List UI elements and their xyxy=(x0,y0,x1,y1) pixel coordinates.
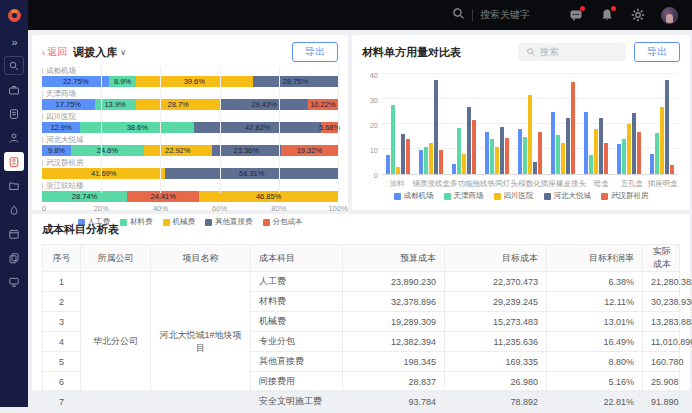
bar xyxy=(670,165,674,174)
bar xyxy=(556,135,560,174)
bar xyxy=(472,120,476,174)
bar xyxy=(589,155,593,174)
export-button-right[interactable]: 导出 xyxy=(634,42,680,62)
sidebar-item-briefcase[interactable] xyxy=(4,80,24,99)
global-search-placeholder: 搜索关键字 xyxy=(480,8,530,22)
bar xyxy=(627,124,631,174)
bar-segment: 23.36% xyxy=(212,145,281,156)
bar-segment: 22.75% xyxy=(42,76,109,87)
bar xyxy=(490,139,494,174)
allocation-chart: 成都机场22.75%8.9%39.6%28.75%天津商场17.75%13.9%… xyxy=(42,66,338,215)
bar xyxy=(386,155,390,174)
bar xyxy=(622,139,626,174)
stacked-bar: 28.74%24.41%46.85% xyxy=(42,191,338,202)
topbar: 搜索关键字 xyxy=(0,0,692,30)
table-cell: 169.335 xyxy=(445,352,547,372)
sidebar-item-user[interactable] xyxy=(4,128,24,147)
bar-segment: 58.31% xyxy=(165,168,338,179)
column-header: 实际成本 xyxy=(643,245,680,272)
legend-item[interactable]: 武汉群租房 xyxy=(601,191,649,201)
bar xyxy=(665,80,669,174)
table-cell: 5 xyxy=(43,352,81,372)
bar-category-label: 四川医院 xyxy=(42,112,338,122)
bar-segment: 24.41% xyxy=(127,191,199,202)
sidebar-item-search[interactable] xyxy=(4,56,24,75)
bar-group xyxy=(514,75,547,174)
sidebar-item-folder[interactable] xyxy=(4,176,24,195)
legend-item[interactable]: 材料费 xyxy=(120,217,153,227)
avatar[interactable] xyxy=(661,7,678,24)
search-icon xyxy=(452,6,465,24)
gridline xyxy=(160,66,161,193)
y-axis-tick: 20 xyxy=(362,121,378,130)
y-axis-tick: 30 xyxy=(362,96,378,105)
bar xyxy=(632,113,636,174)
bar-segment: 10.22% xyxy=(308,99,338,110)
material-search-input[interactable]: 搜索 xyxy=(518,43,626,61)
table-cell: 11,010.890 xyxy=(643,332,680,352)
bar xyxy=(604,143,608,174)
bar xyxy=(533,162,537,175)
cost-table-body: 1华北分公司河北大悦城1#地块项目人工费23,890.23022,370.473… xyxy=(43,272,680,408)
bar xyxy=(500,127,504,175)
table-cell: 93.784 xyxy=(343,392,445,408)
bar xyxy=(584,112,588,175)
sidebar-item-cost-active[interactable] xyxy=(4,152,24,171)
table-cell: 30,238.930 xyxy=(643,292,680,312)
sidebar-item-water-drop[interactable] xyxy=(4,200,24,219)
sidebar-expand-icon[interactable]: » xyxy=(11,36,16,48)
bar-group xyxy=(382,75,415,174)
legend-item[interactable]: 分包成本 xyxy=(263,217,303,227)
legend-item[interactable]: 机械费 xyxy=(163,217,196,227)
table-cell: 7 xyxy=(43,392,81,408)
legend-item[interactable]: 其他直接费 xyxy=(205,217,253,227)
table-cell: 32,378.896 xyxy=(343,292,445,312)
cost-table-panel: 成本科目分析表 序号所属公司项目名称成本科目预算成本目标成本目标利润率实际成本 … xyxy=(32,214,690,390)
bell-icon[interactable] xyxy=(599,8,614,23)
sidebar-item-calendar[interactable] xyxy=(4,224,24,243)
sidebar-item-screens[interactable] xyxy=(4,272,24,291)
app-logo[interactable] xyxy=(0,0,28,30)
chat-icon[interactable] xyxy=(568,8,583,23)
bar xyxy=(617,144,621,174)
y-axis-tick: 10 xyxy=(362,146,378,155)
bar xyxy=(538,132,542,175)
sidebar-item-copy[interactable] xyxy=(4,248,24,267)
sidebar: » xyxy=(0,30,28,407)
stacked-bar: 17.75%13.9%28.7%29.43%10.22% xyxy=(42,99,338,110)
table-cell: 160.780 xyxy=(643,352,680,372)
chevron-down-icon[interactable]: ∨ xyxy=(120,48,126,57)
bar xyxy=(396,167,400,175)
table-cell: 5.16% xyxy=(547,372,643,392)
table-cell: 15,273.483 xyxy=(445,312,547,332)
stacked-bar: 9.8%24.6%22.92%23.36%19.32% xyxy=(42,145,338,156)
x-axis-label: 涂料 xyxy=(382,179,413,189)
bar xyxy=(523,137,527,175)
table-cell: 29,239.245 xyxy=(445,292,547,312)
bar-category-label: 武汉群租房 xyxy=(42,158,338,168)
bar-segment: 28.74% xyxy=(42,191,127,202)
sidebar-item-clipboard[interactable] xyxy=(4,104,24,123)
search-divider xyxy=(472,9,473,21)
bar-group xyxy=(448,75,481,174)
company-cell: 华北分公司 xyxy=(81,272,151,408)
legend-item[interactable]: 河北大悦城 xyxy=(544,191,592,201)
table-cell: 8.80% xyxy=(547,352,643,372)
table-cell: 21,280.382 xyxy=(643,272,680,292)
table-cell: 间接费用 xyxy=(251,372,343,392)
legend-item[interactable]: 天津商场 xyxy=(444,191,484,201)
gear-icon[interactable] xyxy=(630,8,645,23)
back-button[interactable]: ‹ 返回 xyxy=(42,45,67,59)
bar-segment: 24.6% xyxy=(71,145,144,156)
table-cell: 人工费 xyxy=(251,272,343,292)
bar xyxy=(406,139,410,174)
global-search[interactable]: 搜索关键字 xyxy=(452,6,530,24)
bar xyxy=(561,143,565,174)
table-row: 1华北分公司河北大悦城1#地块项目人工费23,890.23022,370.473… xyxy=(43,272,680,292)
bar xyxy=(495,147,499,175)
legend-item[interactable]: 四川医院 xyxy=(494,191,534,201)
table-cell: 25.908 xyxy=(643,372,680,392)
bell-badge xyxy=(611,6,616,11)
export-button-left[interactable]: 导出 xyxy=(292,42,338,62)
legend-item[interactable]: 成都机场 xyxy=(394,191,434,201)
